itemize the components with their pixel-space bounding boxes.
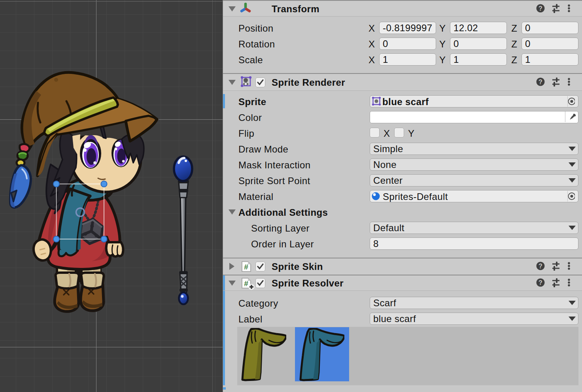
svg-text:#: # [244,263,248,271]
svg-text:?: ? [539,5,542,12]
svg-text:?: ? [539,279,542,286]
svg-text:#: # [244,279,248,288]
svg-text:?: ? [539,263,542,270]
svg-text:?: ? [539,79,542,85]
